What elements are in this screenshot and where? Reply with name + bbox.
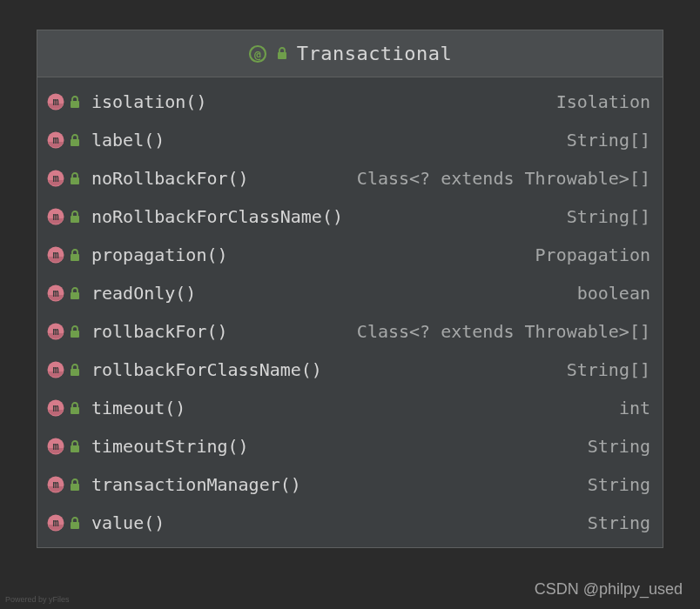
svg-rect-38 — [71, 522, 79, 529]
method-row[interactable]: m noRollbackForClassName()String[] — [37, 197, 663, 236]
method-icons: m — [46, 130, 91, 150]
lock-icon — [69, 249, 81, 262]
lock-icon — [69, 364, 81, 377]
method-name: timeout() — [91, 398, 185, 418]
method-icons: m — [46, 513, 91, 532]
return-type: String — [577, 436, 650, 457]
method-icon: m — [46, 130, 65, 150]
method-name: readOnly() — [91, 283, 196, 304]
return-type: String[] — [556, 206, 650, 227]
svg-rect-23 — [71, 331, 79, 338]
svg-text:m: m — [52, 325, 58, 338]
svg-rect-26 — [71, 369, 79, 376]
svg-rect-8 — [71, 139, 79, 146]
method-icon: m — [46, 92, 65, 111]
method-icons: m — [46, 322, 91, 341]
method-icons: m — [46, 92, 91, 111]
lock-icon — [69, 478, 81, 492]
method-icon: m — [46, 360, 65, 379]
method-icons: m — [46, 475, 91, 494]
method-row[interactable]: m timeout()int — [37, 389, 663, 427]
method-row[interactable]: m isolation()Isolation — [37, 83, 663, 121]
return-type: boolean — [567, 283, 650, 304]
svg-rect-29 — [71, 407, 79, 414]
lock-icon — [276, 47, 288, 60]
method-icon: m — [46, 513, 65, 532]
lock-icon — [69, 402, 81, 415]
return-type: int — [609, 398, 650, 418]
method-icon: m — [46, 322, 65, 341]
method-icons: m — [46, 360, 91, 379]
method-icons: m — [46, 207, 91, 226]
method-icon: m — [46, 284, 65, 303]
svg-rect-17 — [71, 254, 79, 261]
svg-text:m: m — [52, 478, 58, 491]
method-name: noRollbackForClassName() — [91, 206, 343, 227]
method-name: rollbackForClassName() — [91, 359, 322, 380]
method-row[interactable]: m label()String[] — [37, 121, 663, 159]
method-row[interactable]: m noRollbackFor()Class<? extends Throwab… — [37, 159, 663, 197]
method-icons: m — [46, 284, 91, 303]
lock-icon — [69, 211, 81, 224]
method-name: propagation() — [91, 244, 228, 265]
method-row[interactable]: m transactionManager()String — [37, 465, 663, 504]
svg-rect-14 — [71, 216, 79, 223]
method-icons: m — [46, 169, 91, 188]
method-name: noRollbackFor() — [91, 168, 249, 189]
method-row[interactable]: m propagation()Propagation — [37, 236, 663, 274]
lock-icon — [69, 96, 81, 109]
method-row[interactable]: m timeoutString()String — [37, 427, 663, 465]
powered-by-label: Powered by yFiles — [5, 595, 70, 604]
return-type: Class<? extends Throwable>[] — [347, 321, 650, 342]
method-name: transactionManager() — [91, 474, 301, 495]
lock-icon — [69, 517, 81, 530]
method-icon: m — [46, 169, 65, 188]
return-type: String[] — [556, 130, 650, 151]
return-type: Propagation — [525, 244, 650, 265]
lock-icon — [69, 325, 81, 338]
svg-text:@: @ — [254, 47, 261, 60]
method-name: label() — [91, 130, 165, 151]
method-icon: m — [46, 475, 65, 494]
method-row[interactable]: m readOnly()boolean — [37, 274, 663, 312]
method-name: value() — [91, 512, 165, 533]
class-title: Transactional — [297, 43, 453, 64]
lock-icon — [69, 134, 81, 147]
return-type: String — [577, 512, 650, 533]
method-icon: m — [46, 245, 65, 264]
svg-rect-11 — [71, 177, 79, 184]
return-type: String[] — [556, 359, 650, 380]
svg-text:m: m — [52, 172, 58, 184]
method-row[interactable]: m value()String — [37, 504, 663, 542]
method-icon: m — [46, 437, 65, 456]
method-name: timeoutString() — [91, 436, 249, 457]
lock-icon — [69, 440, 81, 453]
lock-icon — [69, 172, 81, 185]
return-type: String — [577, 474, 650, 495]
svg-rect-32 — [71, 445, 79, 452]
svg-rect-5 — [71, 101, 79, 108]
method-list: m isolation()Isolation m label()String[]… — [37, 77, 663, 547]
svg-rect-2 — [278, 52, 286, 59]
svg-text:m: m — [52, 134, 58, 146]
watermark-label: CSDN @philpy_used — [535, 580, 683, 599]
method-icons: m — [46, 437, 91, 456]
svg-text:m: m — [52, 287, 58, 299]
svg-text:m: m — [52, 517, 58, 529]
method-name: isolation() — [91, 91, 206, 112]
svg-text:m: m — [52, 402, 58, 414]
svg-text:m: m — [52, 440, 58, 452]
svg-text:m: m — [52, 96, 58, 108]
class-diagram-panel: @ Transactional m isolation()Isolation m… — [37, 30, 663, 548]
method-icon: m — [46, 207, 65, 226]
annotation-icon: @ — [248, 44, 267, 64]
svg-text:m: m — [52, 211, 58, 223]
svg-text:m: m — [52, 364, 58, 376]
method-icons: m — [46, 398, 91, 418]
method-icon: m — [46, 398, 65, 418]
method-row[interactable]: m rollbackForClassName()String[] — [37, 351, 663, 389]
return-type: Isolation — [546, 91, 650, 112]
return-type: Class<? extends Throwable>[] — [347, 168, 650, 189]
svg-rect-20 — [71, 292, 79, 299]
method-row[interactable]: m rollbackFor()Class<? extends Throwable… — [37, 312, 663, 351]
